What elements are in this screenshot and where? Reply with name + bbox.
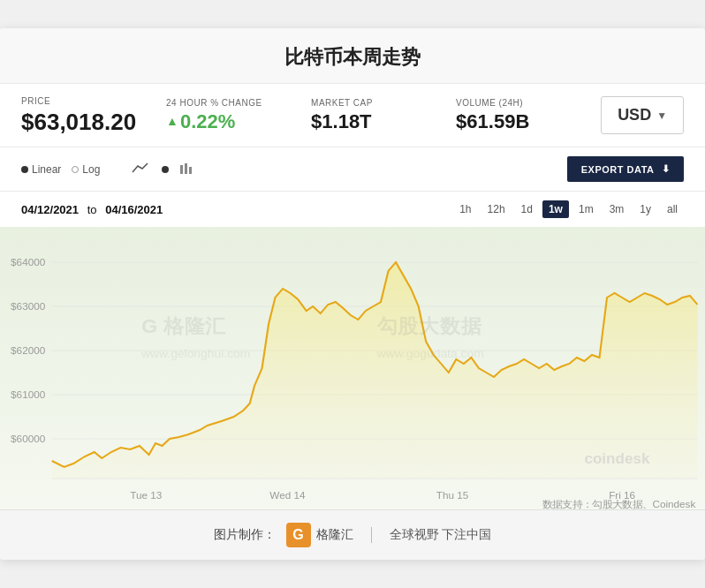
svg-text:www.gogudata.com: www.gogudata.com <box>376 348 484 361</box>
change-arrow-icon: ▲ <box>166 115 178 128</box>
download-icon: ⬇ <box>662 163 671 175</box>
change-stat: 24 HOUR % CHANGE ▲ 0.22% <box>166 98 311 132</box>
date-from: 04/12/2021 <box>21 203 79 216</box>
change-value: ▲ 0.22% <box>166 111 311 132</box>
volume-value: $61.59B <box>456 111 601 132</box>
svg-text:www.gelonghui.com: www.gelonghui.com <box>140 348 250 361</box>
dropdown-arrow-icon: ▼ <box>656 109 667 122</box>
footer-bar: 图片制作： G 格隆汇 全球视野 下注中国 <box>0 509 705 560</box>
time-btn-all[interactable]: all <box>661 200 684 218</box>
volume-label: VOLUME (24H) <box>456 98 601 108</box>
svg-text:$62000: $62000 <box>11 346 45 357</box>
time-buttons-group: 1h 12h 1d 1w 1m 3m 1y all <box>453 200 684 218</box>
date-separator: to <box>87 203 97 216</box>
chart-type-group: Linear Log <box>21 160 199 178</box>
price-value: $63,018.20 <box>21 109 166 135</box>
log-option[interactable]: Log <box>72 163 100 176</box>
linear-label: Linear <box>32 163 61 176</box>
export-label: EXPORT DATA <box>581 164 655 175</box>
change-pct: 0.22% <box>180 111 235 132</box>
svg-text:Wed 14: Wed 14 <box>269 491 305 501</box>
linear-option[interactable]: Linear <box>21 163 61 176</box>
time-btn-1y[interactable]: 1y <box>633 200 657 218</box>
line-chart-icon[interactable] <box>128 160 155 178</box>
footer-brand: G 格隆汇 <box>286 523 353 547</box>
chart-toolbar: Linear Log EXPORT DATA ⬇ <box>0 147 705 192</box>
price-label: PRICE <box>21 96 166 106</box>
svg-text:$64000: $64000 <box>11 258 45 268</box>
svg-text:数据支持：勾股大数据、Coindesk: 数据支持：勾股大数据、Coindesk <box>542 500 696 510</box>
date-range-bar: 04/12/2021 to 04/16/2021 1h 12h 1d 1w 1m… <box>0 192 705 227</box>
price-chart-svg: $64000 $63000 $62000 $61000 $60000 Tue 1… <box>0 227 705 509</box>
chart-area: $64000 $63000 $62000 $61000 $60000 Tue 1… <box>0 227 705 509</box>
footer-divider <box>371 527 372 543</box>
date-to: 04/16/2021 <box>105 203 163 216</box>
svg-rect-0 <box>180 165 183 174</box>
market-cap-stat: MARKET CAP $1.18T <box>311 98 456 132</box>
svg-text:Tue 13: Tue 13 <box>130 491 162 501</box>
change-label: 24 HOUR % CHANGE <box>166 98 311 108</box>
svg-text:G 格隆汇: G 格隆汇 <box>141 315 227 337</box>
time-btn-1d[interactable]: 1d <box>515 200 539 218</box>
currency-dropdown[interactable]: USD ▼ <box>601 96 684 134</box>
svg-text:Thu 15: Thu 15 <box>436 491 469 501</box>
bitcoin-chart-card: 比特币本周走势 PRICE $63,018.20 24 HOUR % CHANG… <box>0 28 705 561</box>
time-btn-1h[interactable]: 1h <box>453 200 477 218</box>
footer-brand-name: 格隆汇 <box>316 527 353 543</box>
svg-text:勾股大数据: 勾股大数据 <box>376 315 483 337</box>
volume-stat: VOLUME (24H) $61.59B <box>456 98 601 132</box>
bar-chart-icon[interactable] <box>176 160 199 178</box>
price-stat: PRICE $63,018.20 <box>21 96 166 135</box>
currency-label: USD <box>618 106 651 124</box>
log-radio-icon <box>72 166 79 173</box>
time-btn-12h[interactable]: 12h <box>481 200 512 218</box>
market-cap-value: $1.18T <box>311 111 456 132</box>
svg-rect-2 <box>189 167 192 174</box>
linear-radio-icon <box>21 166 28 173</box>
page-title: 比特币本周走势 <box>0 28 705 84</box>
svg-text:$60000: $60000 <box>11 434 45 445</box>
line-radio-icon <box>162 166 169 173</box>
time-btn-1m[interactable]: 1m <box>572 200 600 218</box>
svg-text:coindesk: coindesk <box>584 451 650 467</box>
log-label: Log <box>82 163 100 176</box>
footer-made-by: 图片制作： <box>214 527 276 543</box>
market-cap-label: MARKET CAP <box>311 98 456 108</box>
export-data-button[interactable]: EXPORT DATA ⬇ <box>567 156 684 182</box>
svg-text:$63000: $63000 <box>11 302 45 313</box>
time-btn-1w[interactable]: 1w <box>542 200 569 218</box>
time-btn-3m[interactable]: 3m <box>603 200 631 218</box>
chart-icon-group <box>128 160 199 178</box>
footer-slogan: 全球视野 下注中国 <box>390 527 492 543</box>
stats-bar: PRICE $63,018.20 24 HOUR % CHANGE ▲ 0.22… <box>0 84 705 148</box>
date-range-text: 04/12/2021 to 04/16/2021 <box>21 203 163 216</box>
gelonghui-logo-icon: G <box>286 523 311 547</box>
svg-rect-1 <box>185 163 187 174</box>
svg-text:$61000: $61000 <box>11 390 45 401</box>
